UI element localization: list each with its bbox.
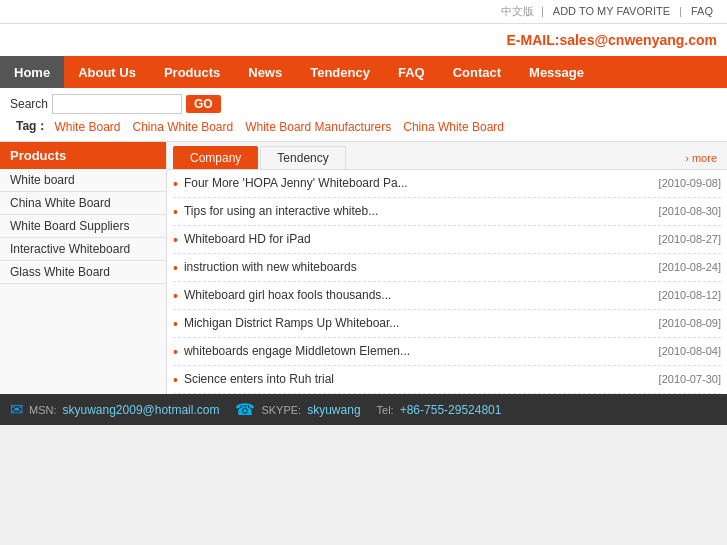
tag-link-1[interactable]: China White Board: [132, 120, 233, 134]
tel-contact: Tel: +86-755-29524801: [377, 403, 502, 417]
news-bullet-0: •: [173, 176, 178, 192]
news-date-7: [2010-07-30]: [659, 373, 721, 385]
msn-value[interactable]: skyuwang2009@hotmail.com: [63, 403, 220, 417]
sidebar-list: White boardChina White BoardWhite Board …: [0, 169, 166, 284]
sidebar-products-header: Products: [0, 142, 166, 169]
sidebar-item-4[interactable]: Glass White Board: [0, 261, 166, 284]
news-item-4: •Whiteboard girl hoax fools thousands...…: [173, 282, 721, 310]
news-bullet-1: •: [173, 204, 178, 220]
nav-item-contact[interactable]: Contact: [439, 56, 515, 88]
sidebar: Products White boardChina White BoardWhi…: [0, 142, 167, 394]
news-text-0[interactable]: Four More 'HOPA Jenny' Whiteboard Pa...: [184, 175, 655, 192]
news-item-2: •Whiteboard HD for iPad[2010-08-27]: [173, 226, 721, 254]
skype-label: SKYPE:: [261, 404, 301, 416]
search-label: Search: [10, 97, 48, 111]
search-button[interactable]: GO: [186, 95, 221, 113]
nav-item-message[interactable]: Message: [515, 56, 598, 88]
nav-item-faq[interactable]: FAQ: [384, 56, 439, 88]
separator2: |: [679, 5, 685, 17]
main-content: Products White boardChina White BoardWhi…: [0, 142, 727, 394]
tag-area: Tag： White Board China White Board White…: [16, 118, 504, 135]
news-text-2[interactable]: Whiteboard HD for iPad: [184, 231, 655, 248]
main-nav: HomeAbout UsProductsNewsTendencyFAQConta…: [0, 56, 727, 88]
bottom-bar: ✉ MSN: skyuwang2009@hotmail.com ☎ SKYPE:…: [0, 394, 727, 425]
email-label: E-MAIL:: [507, 32, 560, 48]
news-list: •Four More 'HOPA Jenny' Whiteboard Pa...…: [167, 170, 727, 394]
news-text-6[interactable]: whiteboards engage Middletown Elemen...: [184, 343, 655, 360]
more-link[interactable]: › more: [685, 152, 721, 164]
news-text-5[interactable]: Michigan District Ramps Up Whiteboar...: [184, 315, 655, 332]
msn-contact: ✉ MSN: skyuwang2009@hotmail.com: [10, 400, 219, 419]
msn-icon: ✉: [10, 400, 23, 419]
tag-link-3[interactable]: China White Board: [403, 120, 504, 134]
news-bullet-4: •: [173, 288, 178, 304]
nav-item-home[interactable]: Home: [0, 56, 64, 88]
news-item-0: •Four More 'HOPA Jenny' Whiteboard Pa...…: [173, 170, 721, 198]
skype-value[interactable]: skyuwang: [307, 403, 360, 417]
news-tabs: Company Tendency › more: [167, 142, 727, 170]
nav-item-about-us[interactable]: About Us: [64, 56, 150, 88]
news-date-5: [2010-08-09]: [659, 317, 721, 329]
tag-label: Tag：: [16, 118, 48, 135]
news-bullet-5: •: [173, 316, 178, 332]
tel-label: Tel:: [377, 404, 394, 416]
news-item-7: •Science enters into Ruh trial[2010-07-3…: [173, 366, 721, 394]
news-text-1[interactable]: Tips for using an interactive whiteb...: [184, 203, 655, 220]
news-item-3: •instruction with new whiteboards[2010-0…: [173, 254, 721, 282]
lang-link[interactable]: 中文版: [501, 5, 534, 17]
nav-item-products[interactable]: Products: [150, 56, 234, 88]
news-date-1: [2010-08-30]: [659, 205, 721, 217]
tel-value: +86-755-29524801: [400, 403, 502, 417]
news-date-3: [2010-08-24]: [659, 261, 721, 273]
email-value[interactable]: sales@cnwenyang.com: [559, 32, 717, 48]
news-date-0: [2010-09-08]: [659, 177, 721, 189]
news-text-7[interactable]: Science enters into Ruh trial: [184, 371, 655, 388]
search-input[interactable]: [52, 94, 182, 114]
sidebar-item-0[interactable]: White board: [0, 169, 166, 192]
skype-icon: ☎: [235, 400, 255, 419]
news-item-5: •Michigan District Ramps Up Whiteboar...…: [173, 310, 721, 338]
news-bullet-7: •: [173, 372, 178, 388]
sidebar-item-2[interactable]: White Board Suppliers: [0, 215, 166, 238]
nav-item-news[interactable]: News: [234, 56, 296, 88]
news-item-6: •whiteboards engage Middletown Elemen...…: [173, 338, 721, 366]
news-bullet-2: •: [173, 232, 178, 248]
news-text-3[interactable]: instruction with new whiteboards: [184, 259, 655, 276]
news-item-1: •Tips for using an interactive whiteb...…: [173, 198, 721, 226]
content-area: Company Tendency › more •Four More 'HOPA…: [167, 142, 727, 394]
msn-label: MSN:: [29, 404, 57, 416]
news-bullet-6: •: [173, 344, 178, 360]
tag-link-2[interactable]: White Board Manufacturers: [245, 120, 391, 134]
skype-contact: ☎ SKYPE: skyuwang: [235, 400, 360, 419]
news-text-4[interactable]: Whiteboard girl hoax fools thousands...: [184, 287, 655, 304]
tag-link-0[interactable]: White Board: [54, 120, 120, 134]
top-bar: 中文版 | ADD TO MY FAVORITE | FAQ: [0, 0, 727, 24]
news-date-2: [2010-08-27]: [659, 233, 721, 245]
sidebar-item-1[interactable]: China White Board: [0, 192, 166, 215]
news-date-4: [2010-08-12]: [659, 289, 721, 301]
separator1: |: [541, 5, 547, 17]
news-date-6: [2010-08-04]: [659, 345, 721, 357]
faq-link[interactable]: FAQ: [691, 5, 713, 17]
search-bar: Search GO Tag： White Board China White B…: [0, 88, 727, 142]
tab-company[interactable]: Company: [173, 146, 258, 169]
tab-tendency[interactable]: Tendency: [260, 146, 345, 169]
favorite-link[interactable]: ADD TO MY FAVORITE: [553, 5, 670, 17]
email-bar: E-MAIL:sales@cnwenyang.com: [0, 24, 727, 56]
nav-item-tendency[interactable]: Tendency: [296, 56, 384, 88]
sidebar-item-3[interactable]: Interactive Whiteboard: [0, 238, 166, 261]
news-bullet-3: •: [173, 260, 178, 276]
